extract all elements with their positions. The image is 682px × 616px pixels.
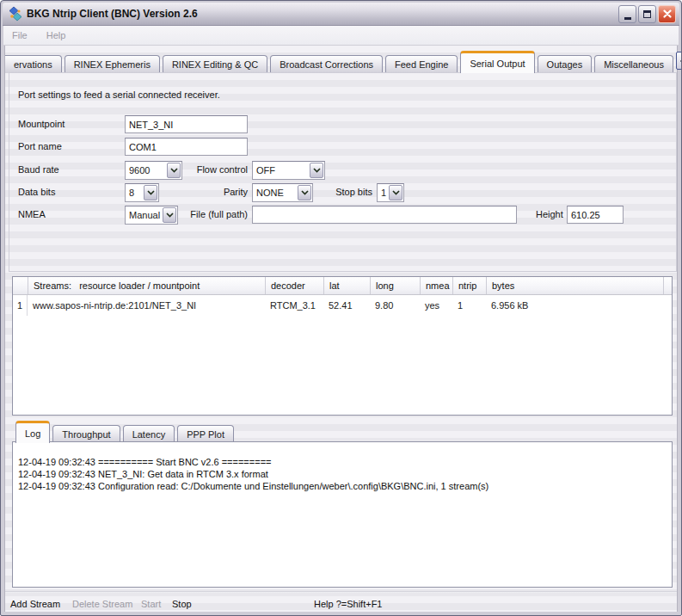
- header-long[interactable]: long: [370, 277, 420, 294]
- panel-intro-text: Port settings to feed a serial connected…: [18, 86, 220, 104]
- mountpoint-input[interactable]: [125, 115, 248, 133]
- log-line: 12-04-19 09:32:43 NET_3_NI: Get data in …: [18, 468, 665, 480]
- data-bits-label: Data bits: [18, 183, 55, 201]
- chevron-down-icon: [298, 185, 311, 200]
- main-content: ervations RINEX Ephemeris RINEX Editing …: [4, 46, 678, 612]
- titlebar: BKG Ntrip Client (BNC) Version 2.6: [3, 3, 679, 26]
- tab-latency[interactable]: Latency: [123, 425, 175, 443]
- header-decoder[interactable]: decoder: [265, 277, 323, 294]
- app-window: BKG Ntrip Client (BNC) Version 2.6 File …: [0, 0, 682, 616]
- log-line: 12-04-19 09:32:43 ========== Start BNC v…: [18, 456, 665, 468]
- cell-decoder: RTCM_3.1: [265, 300, 323, 311]
- header-nmea[interactable]: nmea: [420, 277, 452, 294]
- add-stream-button[interactable]: Add Stream: [10, 597, 60, 611]
- port-name-label: Port name: [18, 138, 62, 156]
- cell-bytes: 6.956 kB: [486, 300, 663, 311]
- log-panel: 12-04-19 09:32:43 ========== Start BNC v…: [12, 441, 673, 588]
- tab-scroll-left-button[interactable]: [676, 52, 682, 70]
- data-bits-value: 8: [126, 184, 143, 201]
- main-tabbar: ervations RINEX Ephemeris RINEX Editing …: [5, 50, 677, 73]
- height-input[interactable]: [567, 206, 624, 224]
- header-mountpoint[interactable]: Streams: resource loader / mountpoint: [28, 277, 265, 294]
- minimize-icon: [624, 17, 631, 20]
- cell-mountpoint: www.sapos-ni-ntrip.de:2101/NET_3_NI: [28, 300, 265, 311]
- chevron-down-icon: [310, 163, 323, 178]
- port-name-input[interactable]: [125, 138, 248, 156]
- tab-scrollers: [676, 52, 682, 70]
- maximize-icon: [643, 10, 651, 18]
- app-icon: [8, 6, 23, 22]
- cell-lat: 52.41: [323, 300, 370, 311]
- menubar: File Help: [3, 26, 679, 46]
- start-button[interactable]: Start: [141, 597, 161, 611]
- flow-control-select[interactable]: OFF: [252, 161, 325, 180]
- header-filler: [663, 277, 672, 294]
- nmea-label: NMEA: [18, 206, 46, 224]
- nmea-value: Manual: [126, 206, 162, 224]
- parity-label: Parity: [181, 183, 248, 201]
- minimize-button[interactable]: [618, 5, 636, 23]
- menu-help[interactable]: Help: [46, 30, 66, 40]
- bottom-tabbar: Log Throughput Latency PPP Plot: [12, 422, 237, 443]
- cell-nmea: yes: [420, 300, 452, 311]
- stop-bits-select[interactable]: 1: [377, 183, 404, 202]
- log-line: 12-04-19 09:32:43 Configuration read: C:…: [18, 480, 665, 492]
- arrow-left-icon: [677, 58, 682, 65]
- nmea-select[interactable]: Manual: [125, 206, 178, 225]
- flow-control-value: OFF: [253, 162, 309, 179]
- parity-value: NONE: [253, 184, 297, 201]
- menu-file[interactable]: File: [12, 30, 28, 40]
- header-lat[interactable]: lat: [323, 277, 370, 294]
- tab-log[interactable]: Log: [15, 421, 50, 443]
- tab-outages[interactable]: Outages: [538, 55, 593, 73]
- parity-select[interactable]: NONE: [252, 183, 313, 202]
- streams-table-header: Streams: resource loader / mountpoint de…: [13, 277, 672, 295]
- window-controls: [618, 5, 676, 23]
- tab-miscellaneous[interactable]: Miscellaneous: [594, 55, 673, 73]
- serial-output-panel: Port settings to feed a serial connected…: [9, 72, 677, 272]
- window-title: BKG Ntrip Client (BNC) Version 2.6: [27, 8, 618, 20]
- stop-bits-value: 1: [378, 184, 388, 201]
- close-icon: [663, 9, 672, 18]
- tab-serial-output[interactable]: Serial Output: [460, 51, 534, 73]
- header-ntrip[interactable]: ntrip: [452, 277, 486, 294]
- tab-rinex-ephemeris[interactable]: RINEX Ephemeris: [65, 55, 160, 73]
- stop-bits-label: Stop bits: [333, 183, 372, 201]
- height-label: Height: [536, 206, 563, 224]
- stop-button[interactable]: Stop: [172, 597, 192, 611]
- tab-observations[interactable]: ervations: [5, 55, 62, 73]
- mountpoint-label: Mountpoint: [18, 115, 65, 133]
- header-rownum: [13, 277, 28, 294]
- chevron-down-icon: [144, 185, 157, 200]
- maximize-button[interactable]: [638, 5, 656, 23]
- statusbar: Add Stream Delete Stream Start Stop Help…: [5, 593, 677, 613]
- stream-row[interactable]: 1 www.sapos-ni-ntrip.de:2101/NET_3_NI RT…: [13, 295, 672, 316]
- tab-ppp-plot[interactable]: PPP Plot: [177, 425, 234, 443]
- cell-ntrip: 1: [452, 300, 486, 311]
- header-bytes[interactable]: bytes: [486, 277, 663, 294]
- row-number: 1: [13, 295, 28, 316]
- data-bits-select[interactable]: 8: [125, 183, 159, 202]
- tab-throughput[interactable]: Throughput: [52, 425, 120, 443]
- close-button[interactable]: [658, 5, 676, 23]
- chevron-down-icon: [389, 185, 402, 200]
- tab-feed-engine[interactable]: Feed Engine: [385, 55, 458, 73]
- flow-control-label: Flow control: [156, 161, 248, 179]
- file-path-input[interactable]: [252, 206, 517, 224]
- cell-long: 9.80: [370, 300, 420, 311]
- delete-stream-button[interactable]: Delete Stream: [72, 597, 132, 611]
- streams-table: Streams: resource loader / mountpoint de…: [12, 276, 673, 416]
- tab-broadcast-corrections[interactable]: Broadcast Corrections: [270, 55, 383, 73]
- tab-rinex-editing-qc[interactable]: RINEX Editing & QC: [163, 55, 267, 73]
- baud-rate-label: Baud rate: [18, 161, 59, 179]
- help-shortcut-text: Help ?=Shift+F1: [314, 597, 383, 611]
- file-path-label: File (full path): [175, 206, 248, 224]
